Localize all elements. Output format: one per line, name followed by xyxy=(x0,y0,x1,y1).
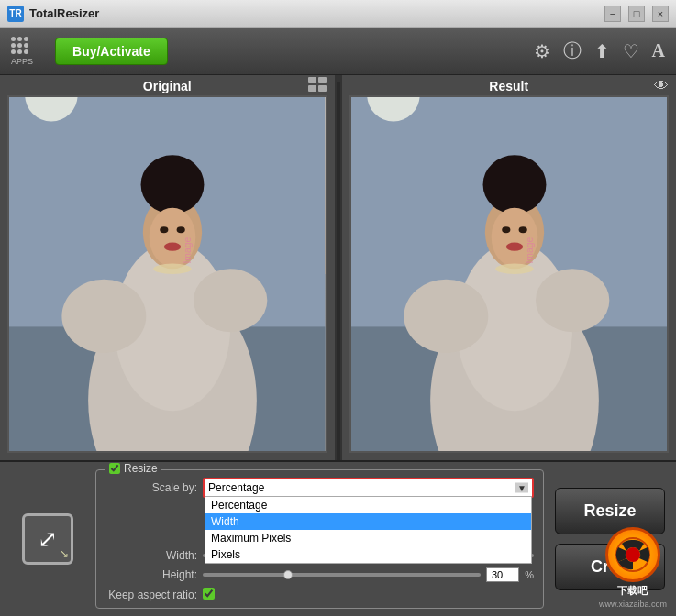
original-header: Original xyxy=(4,79,331,94)
result-header: Result 👁 xyxy=(346,79,673,94)
svg-point-10 xyxy=(194,269,267,332)
svg-point-24 xyxy=(404,280,488,353)
panel-divider xyxy=(335,75,342,460)
dropdown-item-maxpixels[interactable]: Maximum Pixels xyxy=(205,530,531,546)
panels: Original xyxy=(0,75,676,460)
scale-by-label: Scale by: xyxy=(105,481,197,494)
svg-point-12 xyxy=(141,155,205,214)
controls-area: ⤢ ↘ Resize Scale by: Percentage ▼ xyxy=(0,460,676,616)
width-label: Width: xyxy=(105,549,197,562)
dropdown-header[interactable]: Percentage ▼ xyxy=(205,479,532,496)
minimize-button[interactable]: − xyxy=(604,6,621,22)
svg-rect-0 xyxy=(308,77,316,83)
dropdown-item-width[interactable]: Width xyxy=(205,513,531,530)
aspect-ratio-control xyxy=(203,588,534,602)
restore-button[interactable]: □ xyxy=(628,6,645,22)
apps-button[interactable]: APPS xyxy=(11,37,33,66)
svg-point-25 xyxy=(535,269,608,332)
svg-point-31 xyxy=(505,243,522,251)
height-label: Height: xyxy=(105,568,197,581)
svg-text:Image: Image xyxy=(524,237,534,264)
dropdown-item-pixels[interactable]: Pixels xyxy=(205,546,531,563)
height-number-input[interactable] xyxy=(486,567,519,582)
arrow-down-right-icon: ↘ xyxy=(60,547,69,560)
height-unit: % xyxy=(525,569,534,580)
watermark-circle xyxy=(605,527,660,582)
site-url: www.xiazaiba.com xyxy=(599,600,667,609)
apps-label: APPS xyxy=(11,57,33,66)
svg-point-29 xyxy=(502,226,510,233)
svg-point-9 xyxy=(61,280,146,353)
svg-point-15 xyxy=(177,226,185,233)
result-panel: Result 👁 xyxy=(342,75,677,460)
share-icon[interactable]: ⬆ xyxy=(594,40,610,62)
svg-point-16 xyxy=(164,243,181,251)
svg-rect-1 xyxy=(318,77,327,83)
heart-icon[interactable]: ♡ xyxy=(623,40,639,62)
svg-point-17 xyxy=(153,264,191,274)
app-icon-text: TR xyxy=(9,8,21,18)
scale-dropdown[interactable]: Percentage ▼ Percentage Width Maximum Pi… xyxy=(203,478,534,498)
svg-point-14 xyxy=(160,226,168,233)
svg-rect-3 xyxy=(318,85,327,92)
height-slider[interactable] xyxy=(203,573,481,577)
titlebar: TR TotalResizer − □ × xyxy=(0,0,676,28)
svg-point-27 xyxy=(482,155,546,214)
main-area: Original xyxy=(0,75,676,616)
toolbar: APPS Buy/Activate ⚙ ⓘ ⬆ ♡ A xyxy=(0,28,676,75)
titlebar-left: TR TotalResizer xyxy=(7,6,99,22)
app-title: TotalResizer xyxy=(29,6,99,20)
expand-button[interactable]: ⤢ ↘ xyxy=(22,513,73,565)
result-label: Result xyxy=(489,79,528,94)
svg-rect-2 xyxy=(308,85,316,92)
svg-point-30 xyxy=(518,226,526,233)
aspect-ratio-checkbox[interactable] xyxy=(203,588,215,600)
original-panel: Original xyxy=(0,75,335,460)
app-icon: TR xyxy=(7,6,24,22)
resize-legend: Resize xyxy=(105,462,161,475)
watermark: 下载吧 www.xiazaiba.com xyxy=(599,527,667,609)
aspect-ratio-row: Keep aspect ratio: xyxy=(105,588,534,602)
resize-controls: Resize Scale by: Percentage ▼ Percentage… xyxy=(95,469,544,609)
svg-point-36 xyxy=(628,550,637,559)
resize-legend-label: Resize xyxy=(124,462,158,475)
original-image: Image xyxy=(7,95,327,453)
scale-by-row: Scale by: Percentage ▼ Percentage Width … xyxy=(105,478,534,498)
scale-by-control: Percentage ▼ Percentage Width Maximum Pi… xyxy=(203,478,534,498)
info-icon[interactable]: ⓘ xyxy=(563,38,582,63)
download-text: 下载吧 xyxy=(617,584,648,598)
dropdown-arrow-icon: ▼ xyxy=(515,483,528,493)
svg-point-32 xyxy=(495,264,533,274)
aspect-ratio-label: Keep aspect ratio: xyxy=(105,588,197,601)
height-control: % xyxy=(203,567,534,582)
split-view-icon[interactable] xyxy=(307,76,327,97)
close-button[interactable]: × xyxy=(652,6,669,22)
dropdown-item-percentage[interactable]: Percentage xyxy=(205,497,531,513)
resize-checkbox[interactable] xyxy=(109,463,120,474)
result-image: Image xyxy=(349,95,670,453)
height-row: Height: % xyxy=(105,567,534,582)
toolbar-icons: ⚙ ⓘ ⬆ ♡ A xyxy=(534,38,665,63)
svg-text:Image: Image xyxy=(183,237,193,264)
original-label: Original xyxy=(143,79,192,94)
controls-left: ⤢ ↘ xyxy=(11,469,84,609)
settings-icon[interactable]: ⚙ xyxy=(534,40,550,62)
buy-button[interactable]: Buy/Activate xyxy=(55,38,168,65)
dropdown-selected: Percentage xyxy=(208,481,264,494)
font-icon[interactable]: A xyxy=(652,40,665,61)
expand-arrow-icon: ⤢ xyxy=(38,525,58,554)
eye-icon[interactable]: 👁 xyxy=(654,78,669,94)
window-controls: − □ × xyxy=(604,6,669,22)
dropdown-list: Percentage Width Maximum Pixels Pixels xyxy=(205,496,532,564)
